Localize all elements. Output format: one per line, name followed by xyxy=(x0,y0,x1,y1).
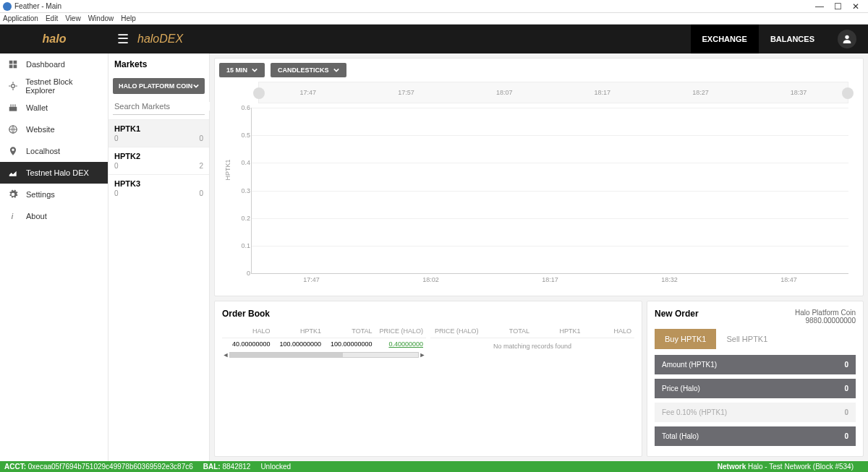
menu-application[interactable]: Application xyxy=(3,14,38,22)
svg-rect-7 xyxy=(11,104,12,107)
menu-edit[interactable]: Edit xyxy=(46,14,58,22)
halo-logo: halo xyxy=(0,25,109,53)
gear-icon xyxy=(7,189,19,200)
sidebar-label: Website xyxy=(26,125,55,134)
sidebar-label: Wallet xyxy=(26,103,48,112)
orderbook-row[interactable]: 40.00000000 100.00000000 100.00000000 0.… xyxy=(222,338,426,350)
orderbook-scrollbar[interactable]: ◄ ► xyxy=(222,351,426,359)
orderbook-asks: PRICE (HALO) TOTAL HPTK1 HALO No matchin… xyxy=(430,325,634,359)
menu-help[interactable]: Help xyxy=(121,14,136,22)
sidebar-item-halodex[interactable]: Testnet Halo DEX xyxy=(0,162,108,184)
coin-balance: 9880.00000000 xyxy=(795,317,856,325)
svg-rect-9 xyxy=(14,104,15,107)
sidebar-item-settings[interactable]: Settings xyxy=(0,184,108,205)
sidebar-item-dashboard[interactable]: Dashboard xyxy=(0,53,108,75)
scroll-left-icon[interactable]: ◄ xyxy=(222,351,229,359)
orderbook-card: Order Book HALO HPTK1 TOTAL PRICE (HALO)… xyxy=(214,301,642,457)
chart-plot: HPTK1 0.6 0.5 0.4 0.3 0.2 0.1 0 17:47 18… xyxy=(251,108,848,274)
markets-title: Markets xyxy=(109,53,209,75)
chevron-down-icon xyxy=(193,83,199,89)
sidebar-label: Testnet Halo DEX xyxy=(26,168,89,177)
explorer-icon xyxy=(7,80,18,92)
chart-time-slider[interactable]: 17:47 17:57 18:07 18:17 18:27 18:37 xyxy=(258,82,848,103)
app-header: halo ☰ haloDEX EXCHANGE BALANCES xyxy=(0,25,868,53)
sidebar-label: About xyxy=(26,212,47,220)
sidebar-item-wallet[interactable]: Wallet xyxy=(0,97,108,119)
market-coin-dropdown[interactable]: HALO PLATFORM COIN xyxy=(113,78,205,94)
neworder-title: New Order xyxy=(655,309,699,319)
maximize-button[interactable]: ☐ xyxy=(834,1,842,12)
window-title: Feather - Main xyxy=(14,2,815,10)
sidebar-label: Testnet Block Explorer xyxy=(25,77,101,95)
halodex-logo: haloDEX xyxy=(137,33,183,46)
tab-sell[interactable]: Sell HPTK1 xyxy=(716,329,778,349)
nav-balances[interactable]: BALANCES xyxy=(759,25,826,53)
hamburger-icon[interactable]: ☰ xyxy=(109,31,137,47)
left-sidebar: Dashboard Testnet Block Explorer Wallet … xyxy=(0,53,109,461)
status-bal: 8842812 xyxy=(222,463,250,471)
chevron-down-icon xyxy=(333,67,339,73)
neworder-card: New Order Halo Platform Coin 9880.000000… xyxy=(647,301,864,457)
user-avatar[interactable] xyxy=(838,30,856,48)
status-network: Halo - Test Network (Block #534) xyxy=(748,463,854,471)
slider-handle-right[interactable] xyxy=(842,87,854,99)
chart-ylabel: HPTK1 xyxy=(224,159,231,180)
timeframe-dropdown[interactable]: 15 MIN xyxy=(219,63,265,77)
minimize-button[interactable]: — xyxy=(815,1,824,12)
svg-rect-1 xyxy=(9,61,13,64)
svg-rect-3 xyxy=(9,65,13,69)
svg-text:i: i xyxy=(12,212,14,220)
svg-point-5 xyxy=(11,85,14,88)
orderbook-empty: No matching records found xyxy=(430,338,634,354)
pin-icon xyxy=(7,145,19,157)
info-icon: i xyxy=(7,210,19,222)
markets-panel: Markets HALO PLATFORM COIN HPTK1 00 HPTK… xyxy=(109,53,210,461)
orderbook-bids: HALO HPTK1 TOTAL PRICE (HALO) 40.0000000… xyxy=(222,325,426,359)
app-menubar: Application Edit View Window Help xyxy=(0,13,868,25)
chart-icon xyxy=(7,167,19,179)
chevron-down-icon xyxy=(252,67,258,73)
content-area: 15 MIN CANDLESTICKS 17:47 17:57 18:07 18… xyxy=(210,53,868,461)
sidebar-label: Settings xyxy=(26,190,55,199)
sidebar-item-about[interactable]: i About xyxy=(0,205,108,227)
tab-buy[interactable]: Buy HPTK1 xyxy=(655,329,716,349)
sidebar-item-website[interactable]: Website xyxy=(0,119,108,140)
coin-name: Halo Platform Coin xyxy=(795,309,856,317)
menu-window[interactable]: Window xyxy=(88,14,114,22)
nav-exchange[interactable]: EXCHANGE xyxy=(691,25,759,53)
total-field: Total (Halo) 0 xyxy=(655,426,856,446)
status-lock: Unlocked xyxy=(260,463,291,471)
fee-field: Fee 0.10% (HPTK1) 0 xyxy=(655,403,856,422)
orderbook-title: Order Book xyxy=(222,309,634,319)
chart-style-dropdown[interactable]: CANDLESTICKS xyxy=(271,63,346,77)
price-field[interactable]: Price (Halo) 0 xyxy=(655,379,856,398)
person-icon xyxy=(841,33,853,45)
svg-point-0 xyxy=(845,35,848,39)
chart-card: 15 MIN CANDLESTICKS 17:47 17:57 18:07 18… xyxy=(214,58,864,296)
market-row-hptk1[interactable]: HPTK1 00 xyxy=(109,119,209,147)
status-acct: 0xecaa05f7694b751029c49978b60369592e3c87… xyxy=(28,463,193,471)
market-search[interactable] xyxy=(113,98,205,115)
globe-icon xyxy=(7,124,19,135)
dashboard-icon xyxy=(7,59,19,70)
amount-field[interactable]: Amount (HPTK1) 0 xyxy=(655,355,856,374)
svg-rect-2 xyxy=(14,61,17,64)
svg-rect-8 xyxy=(12,104,13,107)
scroll-right-icon[interactable]: ► xyxy=(419,351,426,359)
close-button[interactable]: ✕ xyxy=(852,1,859,12)
sidebar-item-localhost[interactable]: Localhost xyxy=(0,140,108,162)
market-row-hptk2[interactable]: HPTK2 02 xyxy=(109,147,209,174)
svg-rect-6 xyxy=(9,107,17,111)
slider-handle-left[interactable] xyxy=(253,87,265,99)
status-bar: ACCT: 0xecaa05f7694b751029c49978b6036959… xyxy=(0,461,868,472)
app-icon xyxy=(3,2,12,11)
search-input[interactable] xyxy=(114,102,214,111)
menu-view[interactable]: View xyxy=(65,14,81,22)
sidebar-label: Dashboard xyxy=(26,60,65,69)
market-row-hptk3[interactable]: HPTK3 00 xyxy=(109,174,209,202)
sidebar-item-explorer[interactable]: Testnet Block Explorer xyxy=(0,75,108,97)
wallet-icon xyxy=(7,102,19,113)
svg-rect-4 xyxy=(14,65,17,69)
sidebar-label: Localhost xyxy=(26,147,60,155)
window-titlebar: Feather - Main — ☐ ✕ xyxy=(0,0,868,13)
